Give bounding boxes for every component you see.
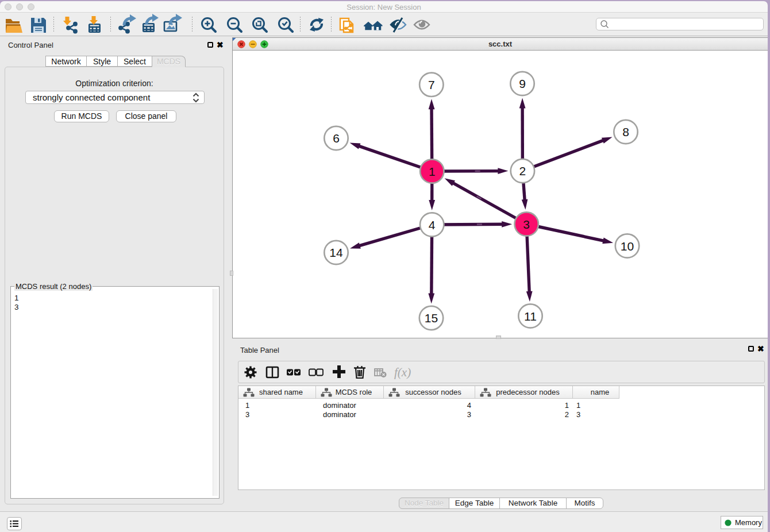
svg-text:3: 3 [523,218,530,231]
svg-text:14: 14 [329,246,343,259]
svg-text:4: 4 [429,218,436,232]
svg-text:1: 1 [429,165,436,178]
svg-text:6: 6 [333,132,340,145]
svg-text:2: 2 [519,164,526,178]
svg-text:8: 8 [622,125,629,138]
svg-text:15: 15 [425,311,438,325]
svg-text:9: 9 [519,77,526,90]
svg-text:10: 10 [621,240,634,253]
svg-text:7: 7 [428,78,435,91]
svg-text:f(x): f(x) [394,365,411,379]
svg-text:11: 11 [524,310,537,323]
